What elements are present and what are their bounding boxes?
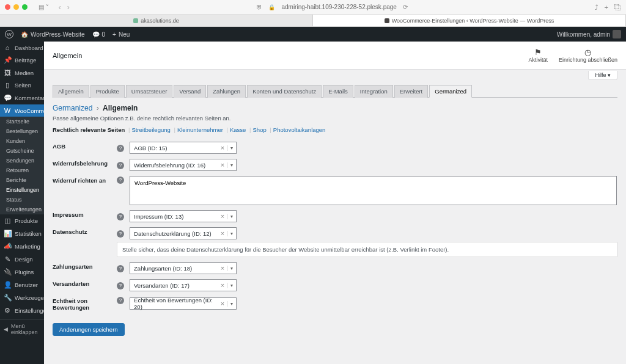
chevron-down-icon[interactable]: ▾: [227, 301, 236, 307]
clear-icon[interactable]: ×: [218, 213, 227, 220]
close-window-button[interactable]: [5, 4, 10, 10]
link-streitbeilegung[interactable]: Streitbeilegung: [131, 126, 170, 133]
menu-marketing[interactable]: 📣Marketing: [0, 240, 44, 253]
reload-button[interactable]: ⟳: [403, 4, 408, 10]
save-changes-button[interactable]: Änderungen speichern: [53, 323, 125, 336]
url-bar[interactable]: admiring-haibt.109-230-228-52.plesk.page: [281, 4, 396, 10]
chevron-down-icon[interactable]: ▾: [227, 162, 236, 168]
window-controls: [5, 4, 28, 10]
help-tip-icon[interactable]: ?: [117, 177, 124, 184]
tab-konten[interactable]: Konten und Datenschutz: [247, 85, 322, 98]
menu-products[interactable]: ◫Produkte: [0, 214, 44, 227]
breadcrumb-parent-link[interactable]: Germanized: [53, 104, 92, 112]
collapse-menu-button[interactable]: ◀Menü einklappen: [0, 319, 44, 338]
site-name-link[interactable]: 🏠WordPress-Website: [21, 31, 85, 38]
versandarten-select[interactable]: Versandarten (ID: 17) × ▾: [130, 279, 237, 291]
select-value: Datenschutzerklärung (ID: 12): [130, 230, 218, 237]
help-tip-icon[interactable]: ?: [117, 162, 124, 169]
help-tip-icon[interactable]: ?: [117, 265, 124, 272]
activity-button[interactable]: ⚑Aktivität: [528, 48, 548, 63]
help-tab-toggle[interactable]: Hilfe ▾: [588, 71, 617, 80]
submenu-kunden[interactable]: Kunden: [0, 136, 44, 146]
chevron-down-icon[interactable]: ▾: [227, 231, 236, 236]
browser-tab[interactable]: akasolutions.de: [0, 15, 313, 26]
menu-statistics[interactable]: 📊Statistiken: [0, 227, 44, 240]
clear-icon[interactable]: ×: [218, 161, 227, 169]
menu-plugins[interactable]: 🔌Plugins: [0, 266, 44, 278]
collapse-icon: ◀: [4, 326, 8, 332]
tab-produkte[interactable]: Produkte: [90, 85, 125, 98]
finish-setup-button[interactable]: ◷Einrichtung abschließen: [559, 48, 617, 63]
help-tip-icon[interactable]: ?: [117, 297, 124, 304]
chevron-down-icon[interactable]: ▾: [227, 145, 236, 151]
submenu-startseite[interactable]: Startseite: [0, 117, 44, 126]
submenu-berichte[interactable]: Berichte: [0, 175, 44, 185]
widerruf-select[interactable]: Widerrufsbelehrung (ID: 16) × ▾: [130, 159, 237, 171]
tab-allgemein[interactable]: Allgemein: [53, 85, 89, 98]
menu-label: Marketing: [15, 243, 40, 250]
tab-versand[interactable]: Versand: [174, 85, 206, 98]
menu-users[interactable]: 👤Benutzer: [0, 278, 44, 291]
user-greeting[interactable]: Willkommen, admin: [557, 30, 621, 38]
help-tip-icon[interactable]: ?: [117, 282, 124, 289]
clear-icon[interactable]: ×: [218, 264, 227, 272]
submenu-bestellungen[interactable]: Bestellungen: [0, 126, 44, 136]
new-content-link[interactable]: +Neu: [112, 31, 130, 38]
help-tip-icon[interactable]: ?: [117, 145, 124, 152]
forward-button[interactable]: ›: [67, 3, 70, 12]
minimize-window-button[interactable]: [13, 4, 19, 10]
zahlungsarten-select[interactable]: Zahlungsarten (ID: 18) × ▾: [130, 262, 237, 274]
sidebar-toggle[interactable]: ▤ ˅: [39, 4, 49, 10]
menu-tools[interactable]: 🔧Werkzeuge: [0, 291, 44, 304]
back-button[interactable]: ‹: [59, 3, 61, 12]
tab-germanized[interactable]: Germanized: [429, 85, 472, 98]
tab-integration[interactable]: Integration: [355, 85, 393, 98]
clear-icon[interactable]: ×: [218, 230, 227, 237]
echtheit-select[interactable]: Echtheit von Bewertungen (ID: 20) × ▾: [130, 297, 237, 310]
tab-zahlungen[interactable]: Zahlungen: [207, 85, 246, 98]
privacy-shield-icon[interactable]: ⛨: [256, 4, 262, 10]
menu-posts[interactable]: 📌Beiträge: [0, 54, 44, 67]
menu-label: Design: [15, 256, 33, 263]
datenschutz-select[interactable]: Datenschutzerklärung (ID: 12) × ▾: [130, 227, 237, 239]
tab-umsatzsteuer[interactable]: Umsatzsteuer: [126, 85, 173, 98]
comments-link[interactable]: 💬0: [92, 31, 106, 38]
chevron-down-icon[interactable]: ▾: [227, 283, 236, 288]
menu-comments[interactable]: 💬Kommentare: [0, 92, 44, 104]
submenu-retouren[interactable]: Retouren: [0, 166, 44, 175]
menu-woocommerce[interactable]: WWooCommerce: [0, 104, 44, 117]
clear-icon[interactable]: ×: [218, 282, 227, 289]
clear-icon[interactable]: ×: [218, 300, 227, 307]
clear-icon[interactable]: ×: [218, 144, 227, 151]
link-photovoltaik[interactable]: Photovoltaikanlagen: [273, 126, 326, 133]
submenu-gutscheine[interactable]: Gutscheine: [0, 146, 44, 156]
chevron-down-icon[interactable]: ▾: [227, 214, 236, 219]
tab-emails[interactable]: E-Mails: [323, 85, 353, 98]
share-button[interactable]: ⤴: [595, 4, 598, 11]
menu-settings[interactable]: ⚙Einstellungen: [0, 304, 44, 317]
menu-dashboard[interactable]: ⌂Dashboard: [0, 42, 44, 54]
link-kleinunternehmer[interactable]: Kleinunternehmer: [177, 126, 223, 133]
submenu-einstellungen[interactable]: Einstellungen: [0, 185, 44, 195]
link-shop[interactable]: Shop: [253, 126, 267, 133]
menu-design[interactable]: ✎Design: [0, 253, 44, 266]
maximize-window-button[interactable]: [22, 4, 28, 10]
wp-logo-menu[interactable]: W: [5, 30, 13, 38]
submenu-sendungen[interactable]: Sendungen: [0, 156, 44, 166]
menu-label: WooCommerce: [15, 107, 44, 114]
menu-pages[interactable]: ▯Seiten: [0, 79, 44, 92]
help-tip-icon[interactable]: ?: [117, 230, 124, 238]
browser-tab[interactable]: WooCommerce-Einstellungen ‹ WordPress-We…: [313, 15, 626, 26]
tab-erweitert[interactable]: Erweitert: [394, 85, 428, 98]
link-kasse[interactable]: Kasse: [230, 126, 246, 133]
agb-select[interactable]: AGB (ID: 15) × ▾: [130, 142, 237, 154]
chevron-down-icon[interactable]: ▾: [227, 266, 236, 271]
submenu-status[interactable]: Status: [0, 195, 44, 205]
new-tab-button[interactable]: +: [605, 4, 608, 11]
submenu-erweiterungen[interactable]: Erweiterungen: [0, 205, 44, 214]
impressum-select[interactable]: Impressum (ID: 13) × ▾: [130, 210, 237, 222]
widerruf-richten-textarea[interactable]: [130, 176, 617, 205]
menu-media[interactable]: 🖼Medien: [0, 67, 44, 79]
help-tip-icon[interactable]: ?: [117, 213, 124, 220]
tabs-overview-button[interactable]: ⿻: [614, 4, 621, 11]
